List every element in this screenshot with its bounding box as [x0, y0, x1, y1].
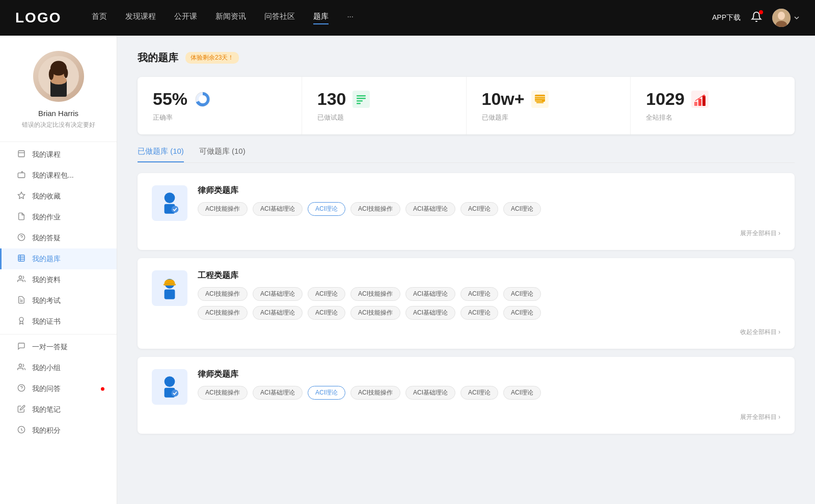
app-download-label[interactable]: APP下载: [712, 13, 741, 22]
tag[interactable]: ACI技能操作: [198, 287, 248, 301]
qbank-icon-engineer: [152, 270, 187, 306]
sidebar-item-homework[interactable]: 我的作业: [0, 207, 117, 228]
qbank-tags-engineer-row1: ACI技能操作 ACI基础理论 ACI理论 ACI技能操作 ACI基础理论 AC…: [198, 287, 780, 301]
svg-point-20: [19, 364, 21, 367]
tag[interactable]: ACI基础理论: [253, 306, 303, 320]
user-motto: 错误的决定比没有决定要好: [14, 121, 103, 129]
sidebar-item-exam[interactable]: 我的考试: [0, 290, 117, 311]
tab-done-banks[interactable]: 已做题库 (10): [138, 147, 184, 162]
tag[interactable]: ACI技能操作: [350, 306, 400, 320]
tag[interactable]: ACI理论: [460, 202, 498, 216]
stat-value-ranking: 1029: [646, 89, 685, 109]
qbank-card-lawyer-2: 律师类题库 ACI技能操作 ACI基础理论 ACI理论 ACI技能操作 ACI基…: [138, 357, 795, 434]
qa-icon: [17, 384, 26, 394]
svg-rect-28: [357, 98, 366, 99]
svg-point-16: [19, 276, 21, 278]
tag[interactable]: ACI基础理论: [253, 386, 303, 400]
tag[interactable]: ACI理论: [460, 287, 498, 301]
user-avatar-dropdown[interactable]: [772, 9, 800, 27]
qbank-expand-lawyer-2[interactable]: 展开全部科目 ›: [152, 413, 780, 422]
sidebar-label-favorites: 我的收藏: [32, 192, 61, 201]
sidebar-item-package[interactable]: 我的课程包...: [0, 165, 117, 186]
divider: [0, 142, 117, 142]
sidebar-item-oneonone[interactable]: 一对一答疑: [0, 337, 117, 357]
svg-point-44: [171, 206, 178, 213]
tag[interactable]: ACI基础理论: [405, 386, 455, 400]
stat-ranking: 1029 全站排名: [631, 77, 795, 134]
sidebar-label-course: 我的课程: [32, 150, 61, 159]
tag[interactable]: ACI技能操作: [350, 386, 400, 400]
sidebar-item-group[interactable]: 我的小组: [0, 357, 117, 378]
svg-rect-30: [357, 103, 361, 104]
course-icon: [17, 150, 26, 159]
tag[interactable]: ACI理论: [460, 386, 498, 400]
tag[interactable]: ACI理论: [308, 306, 345, 320]
tag[interactable]: ACI理论: [308, 287, 345, 301]
nav-opencourse[interactable]: 公开课: [174, 12, 197, 24]
tag[interactable]: ACI基础理论: [405, 306, 455, 320]
nav-qa[interactable]: 问答社区: [264, 12, 295, 24]
qbank-collapse-engineer[interactable]: 收起全部科目 ›: [152, 328, 780, 337]
svg-point-8: [48, 69, 53, 80]
page-title: 我的题库: [138, 51, 178, 65]
svg-rect-46: [164, 284, 176, 285]
svg-rect-29: [357, 100, 363, 102]
stat-label-banks: 已做题库: [482, 113, 615, 122]
sidebar-item-points[interactable]: 我的积分: [0, 420, 117, 441]
qbank-info-lawyer-2: 律师类题库 ACI技能操作 ACI基础理论 ACI理论 ACI技能操作 ACI基…: [198, 369, 780, 400]
svg-rect-39: [698, 99, 701, 106]
tag[interactable]: ACI基础理论: [405, 202, 455, 216]
tag[interactable]: ACI基础理论: [405, 287, 455, 301]
qbank-title-lawyer-2: 律师类题库: [198, 369, 780, 380]
sidebar-item-data[interactable]: 我的资料: [0, 269, 117, 290]
sidebar-label-cert: 我的证书: [32, 317, 61, 326]
sidebar-label-questions: 我的答疑: [32, 234, 61, 243]
tag[interactable]: ACI理论: [460, 306, 498, 320]
qbank-title-engineer: 工程类题库: [198, 270, 780, 281]
tag[interactable]: ACI理论: [503, 202, 541, 216]
tab-available-banks[interactable]: 可做题库 (10): [199, 147, 246, 162]
nav-home[interactable]: 首页: [92, 12, 107, 24]
tag[interactable]: ACI技能操作: [198, 306, 248, 320]
sidebar-label-qa: 我的问答: [32, 384, 61, 394]
svg-point-48: [165, 376, 175, 387]
qbank-expand-lawyer-1[interactable]: 展开全部科目 ›: [152, 229, 780, 238]
tag[interactable]: ACI基础理论: [253, 287, 303, 301]
tag[interactable]: ACI技能操作: [350, 202, 400, 216]
sidebar-item-notes[interactable]: 我的笔记: [0, 399, 117, 420]
stat-label-ranking: 全站排名: [646, 113, 779, 122]
main-content: 我的题库 体验剩余23天！ 55% 正确: [117, 36, 815, 504]
user-avatar: [772, 9, 791, 27]
svg-rect-36: [536, 102, 544, 103]
sidebar-item-questions[interactable]: 我的答疑: [0, 228, 117, 248]
nav-more[interactable]: ···: [347, 12, 354, 24]
tag-active[interactable]: ACI理论: [308, 386, 345, 400]
svg-rect-11: [18, 173, 24, 178]
tag[interactable]: ACI基础理论: [253, 202, 303, 216]
qa-red-dot: [101, 387, 104, 390]
sidebar-item-qa[interactable]: 我的问答: [0, 378, 117, 399]
sidebar-item-course[interactable]: 我的课程: [0, 144, 117, 165]
nav-qbank[interactable]: 题库: [313, 12, 329, 24]
tag[interactable]: ACI技能操作: [198, 202, 248, 216]
logo[interactable]: LOGO: [15, 10, 61, 26]
group-icon: [17, 363, 26, 373]
stat-done-banks: 10w+ 已做题库: [467, 77, 631, 134]
nav-discover[interactable]: 发现课程: [125, 12, 156, 24]
tag-active[interactable]: ACI理论: [308, 202, 345, 216]
svg-rect-40: [702, 96, 705, 106]
svg-rect-34: [535, 98, 545, 99]
sidebar-item-cert[interactable]: 我的证书: [0, 311, 117, 332]
star-icon: [17, 191, 26, 201]
tag[interactable]: ACI理论: [503, 287, 541, 301]
tag[interactable]: ACI技能操作: [198, 386, 248, 400]
sidebar-item-qbank[interactable]: 我的题库: [0, 248, 117, 269]
nav-news[interactable]: 新闻资讯: [215, 12, 246, 24]
sidebar-label-qbank: 我的题库: [32, 255, 61, 264]
notification-dot: [759, 10, 763, 14]
sidebar-item-favorites[interactable]: 我的收藏: [0, 186, 117, 207]
tag[interactable]: ACI技能操作: [350, 287, 400, 301]
tag[interactable]: ACI理论: [503, 386, 541, 400]
tag[interactable]: ACI理论: [503, 306, 541, 320]
notification-bell[interactable]: [751, 11, 762, 24]
